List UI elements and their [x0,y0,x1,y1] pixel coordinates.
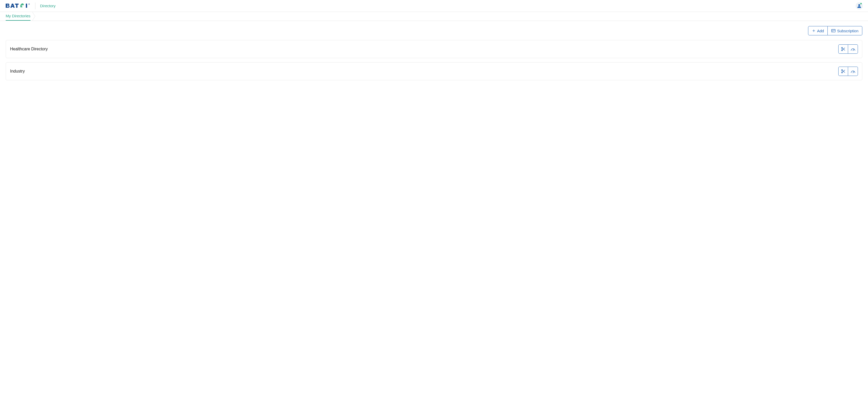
svg-rect-5 [832,29,835,32]
gauge-icon [851,69,855,73]
subscription-button-label: Subscription [837,29,859,33]
breadcrumb-item-my-directories[interactable]: My Directories [6,12,30,21]
breadcrumb: My Directories [0,12,868,21]
plus-icon [812,29,815,33]
directory-name: Healthcare Directory [10,47,838,52]
add-button[interactable]: Add [808,26,828,35]
svg-point-15 [841,72,843,73]
top-header: ® Directory [0,0,868,12]
directory-card: Industry [6,62,862,80]
dashboard-button[interactable] [848,67,858,76]
svg-point-9 [841,49,843,51]
scissors-icon [841,69,845,74]
svg-text:®: ® [28,3,30,5]
dashboard-button[interactable] [848,44,858,54]
breadcrumb-chevron-icon [32,12,36,21]
scissors-icon [841,47,845,52]
gauge-icon [851,47,855,51]
page-actions: Add Subscription [6,26,862,35]
header-divider [35,3,35,9]
main-content: Add Subscription Healthcare Directory [0,21,868,90]
page-actions-group: Add Subscription [808,26,862,35]
directory-card: Healthcare Directory [6,40,862,58]
directory-actions [838,67,858,76]
app-name-link[interactable]: Directory [40,4,56,8]
directory-name: Industry [10,69,838,74]
add-button-label: Add [817,29,824,33]
svg-point-13 [852,51,853,51]
svg-point-14 [841,69,843,71]
settings-button[interactable] [838,67,848,76]
subscription-button[interactable]: Subscription [828,26,862,35]
card-icon [831,29,835,33]
svg-point-19 [852,72,853,73]
online-status-dot [860,3,862,4]
breadcrumb-item-label: My Directories [6,14,30,18]
svg-point-2 [859,4,860,6]
svg-point-8 [841,47,843,48]
user-avatar[interactable] [856,2,863,9]
settings-button[interactable] [838,44,848,54]
directory-actions [838,44,858,54]
svg-rect-0 [26,4,27,8]
brand-logo-mark: ® [6,3,30,9]
brand-logo[interactable]: ® [6,3,30,9]
